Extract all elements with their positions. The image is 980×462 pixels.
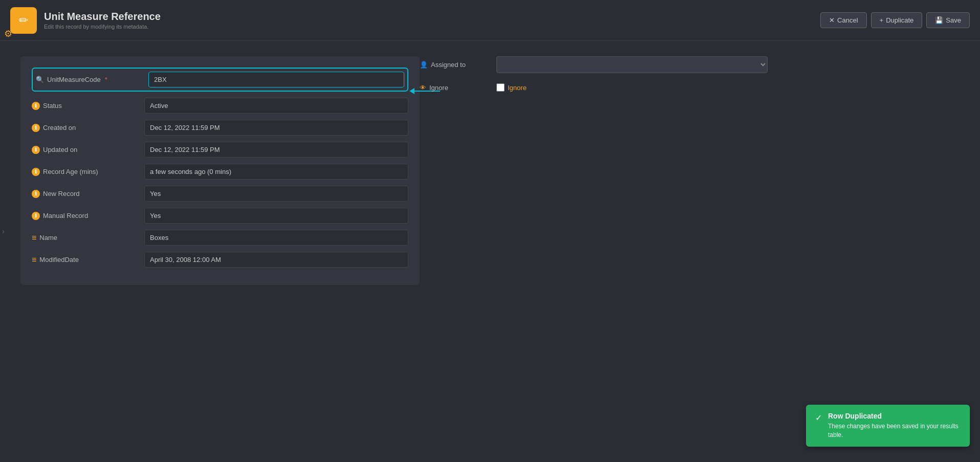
toast-notification: ✓ Row Duplicated These changes have been… [806,405,970,447]
top-bar-right: ✕ Cancel + Duplicate 💾 Save [820,12,970,28]
form-row-name: ≡ Name Boxes [32,230,408,246]
value-name: Boxes [144,230,408,246]
label-text-unit-measure-code: UnitMeasureCode [47,76,101,83]
label-text-updated-on: Updated on [43,146,77,153]
user-icon: 👤 [420,61,428,69]
value-modified-date: April 30, 2008 12:00 AM [144,252,408,268]
label-text-created-on: Created on [43,124,76,131]
ignore-row: 👁 Ignore Ignore [420,83,768,92]
form-row-new-record: ℹ New Record Yes [32,186,408,202]
duplicate-label: Duplicate [886,16,913,24]
left-collapse-indicator[interactable]: › [2,227,5,235]
label-text-name: Name [39,234,57,241]
toast-message: These changes have been saved in your re… [828,422,961,439]
search-icon: 🔍 [36,76,44,83]
app-subtitle: Edit this record by modifying its metada… [44,24,161,30]
field-unit-measure-code-highlighted: 🔍 UnitMeasureCode * [32,68,408,92]
info-icon-new-record: ℹ [32,190,40,198]
info-icon-updated-on: ℹ [32,146,40,154]
value-manual-record: Yes [144,208,408,224]
duplicate-icon: + [880,16,884,24]
label-created-on: ℹ Created on [32,124,144,132]
value-record-age: a few seconds ago (0 mins) [144,164,408,180]
app-title-area: Unit Measure Reference Edit this record … [44,11,161,30]
toast-content: Row Duplicated These changes have been s… [828,412,961,439]
label-text-modified-date: ModifiedDate [39,256,79,263]
label-status: ℹ Status [32,102,144,110]
right-panel: 👤 Assigned to 👁 Ignore Ignore [420,56,768,92]
app-title: Unit Measure Reference [44,11,161,23]
ignore-checkbox[interactable] [496,83,505,92]
info-icon-manual-record: ℹ [32,212,40,220]
label-text-new-record: New Record [43,190,80,197]
info-icon-status: ℹ [32,102,40,110]
form-row-unit-measure-code: 🔍 UnitMeasureCode * [36,72,404,87]
db-icon-name: ≡ [32,233,36,243]
form-card: 🔍 UnitMeasureCode * ℹ Status Active ℹ Cr… [20,56,420,285]
save-label: Save [946,16,961,24]
label-text-record-age: Record Age (mins) [43,168,98,175]
form-row-updated-on: ℹ Updated on Dec 12, 2022 11:59 PM [32,142,408,158]
toast-title: Row Duplicated [828,412,961,420]
assigned-to-label: 👤 Assigned to [420,61,491,69]
cancel-button[interactable]: ✕ Cancel [820,12,866,28]
value-updated-on: Dec 12, 2022 11:59 PM [144,142,408,158]
value-created-on: Dec 12, 2022 11:59 PM [144,120,408,136]
toast-check-icon: ✓ [815,413,822,423]
assigned-to-select[interactable] [496,56,768,73]
label-unit-measure-code: 🔍 UnitMeasureCode * [36,76,148,83]
duplicate-button[interactable]: + Duplicate [871,12,923,28]
required-star: * [105,76,107,83]
top-bar-left: ✏ Unit Measure Reference Edit this recor… [10,7,161,34]
ignore-checkbox-label[interactable]: Ignore [496,83,527,92]
label-text-manual-record: Manual Record [43,212,88,219]
label-modified-date: ≡ ModifiedDate [32,255,144,265]
input-unit-measure-code[interactable] [148,72,404,87]
assigned-to-row: 👤 Assigned to [420,56,768,73]
form-row-record-age: ℹ Record Age (mins) a few seconds ago (0… [32,164,408,180]
label-updated-on: ℹ Updated on [32,146,144,154]
app-icon: ✏ [10,7,37,34]
arrow-head-left [409,88,415,94]
cancel-label: Cancel [837,16,858,24]
edit-icon: ✏ [19,14,28,27]
form-row-manual-record: ℹ Manual Record Yes [32,208,408,224]
settings-icon[interactable]: ⚙ [4,28,12,39]
save-button[interactable]: 💾 Save [926,12,970,28]
top-bar: ✏ Unit Measure Reference Edit this recor… [0,0,980,41]
form-row-status: ℹ Status Active [32,98,408,114]
save-icon: 💾 [935,16,943,24]
db-icon-modified-date: ≡ [32,255,36,265]
eye-off-icon: 👁 [420,84,426,92]
assigned-to-label-text: Assigned to [431,61,466,69]
label-record-age: ℹ Record Age (mins) [32,168,144,176]
ignore-checkbox-text: Ignore [508,84,527,92]
label-manual-record: ℹ Manual Record [32,212,144,220]
value-new-record: Yes [144,186,408,202]
ignore-label: 👁 Ignore [420,84,491,92]
value-status: Active [144,98,408,114]
form-row-modified-date: ≡ ModifiedDate April 30, 2008 12:00 AM [32,252,408,268]
cancel-icon: ✕ [829,16,835,24]
label-new-record: ℹ New Record [32,190,144,198]
label-text-status: Status [43,102,62,109]
form-row-created-on: ℹ Created on Dec 12, 2022 11:59 PM [32,120,408,136]
info-icon-record-age: ℹ [32,168,40,176]
label-name: ≡ Name [32,233,144,243]
ignore-label-text: Ignore [429,84,448,92]
info-icon-created-on: ℹ [32,124,40,132]
main-content: 🔍 UnitMeasureCode * ℹ Status Active ℹ Cr… [0,41,980,300]
